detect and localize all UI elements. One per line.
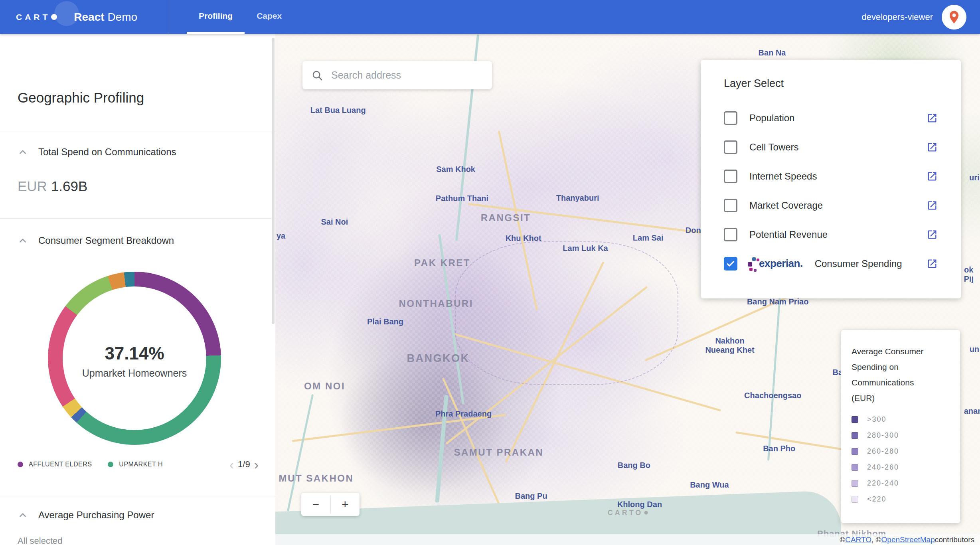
open-in-new-icon[interactable] (927, 113, 938, 124)
attribution-text: © (840, 535, 845, 544)
checkbox-unchecked[interactable] (724, 228, 737, 241)
legend-item: 260-280 (852, 443, 950, 459)
pager-prev-icon[interactable]: ‹ (229, 458, 234, 471)
watermark-dot-icon (644, 511, 648, 515)
osm-attribution-link[interactable]: OpenStreetMap (881, 535, 935, 544)
layer-list: PopulationCell TowersInternet SpeedsMark… (724, 103, 938, 278)
chevron-up-icon[interactable] (18, 147, 28, 157)
divider (0, 496, 275, 496)
sidebar-scrollbar[interactable] (272, 38, 275, 324)
kpi-value: 1.69B (51, 178, 87, 194)
layer-select-title: Layer Select (724, 77, 938, 90)
tab-profiling[interactable]: Profiling (187, 0, 245, 34)
segment-donut-chart[interactable]: 37.14% Upmarket Homeowners (48, 272, 221, 445)
experian-logo-dot (752, 257, 756, 261)
total-spend-value: EUR1.69B (18, 178, 87, 194)
checkbox-unchecked[interactable] (724, 199, 737, 212)
segment-legend-label: UPMARKET H (119, 461, 163, 468)
legend-list: >300280-300260-280240-260220-240<220 (852, 411, 950, 507)
attribution-text: contributors (935, 535, 974, 544)
donut-center-label: 37.14% Upmarket Homeowners (48, 272, 221, 445)
admin-boundary (455, 241, 678, 385)
checkbox-checked[interactable] (724, 257, 737, 271)
chevron-up-icon[interactable] (18, 235, 28, 246)
legend-item: >300 (852, 411, 950, 427)
legend-color-swatch (852, 480, 858, 487)
segment-legend-item[interactable]: AFFLUENT ELDERS (18, 461, 92, 468)
legend-color-swatch (852, 448, 858, 455)
user-name: developers-viewer (861, 12, 933, 22)
legend-range-label: 260-280 (867, 447, 899, 456)
carto-logo-text: CART (16, 12, 50, 22)
segment-color-dot (18, 462, 23, 467)
layer-label: Cell Towers (749, 142, 799, 153)
legend-color-swatch (852, 432, 858, 439)
section-segments-header: Consumer Segment Breakdown (18, 235, 174, 246)
open-in-new-icon[interactable] (927, 142, 938, 153)
layer-label: Potential Revenue (749, 229, 828, 240)
layer-row-potential-revenue: Potential Revenue (724, 220, 938, 249)
logo-halo (54, 1, 79, 26)
pager-next-icon[interactable]: › (254, 458, 259, 471)
segment-legend: AFFLUENT ELDERSUPMARKET H ‹ 1/9 › (18, 458, 259, 471)
section-title: Average Purchasing Power (38, 509, 154, 521)
nav-tabs: Profiling Capex (187, 0, 294, 34)
avatar[interactable] (942, 5, 966, 30)
layer-row-cell-towers: Cell Towers (724, 132, 938, 162)
section-purchasing-power-header: Average Purchasing Power (18, 509, 154, 521)
segment-color-dot (108, 462, 113, 467)
carto-logo[interactable]: CART (16, 12, 57, 22)
app-window: CART React Demo Profiling Capex develope… (0, 0, 980, 545)
layer-label: Consumer Spending (815, 258, 902, 269)
section-title: Total Spend on Communications (38, 146, 176, 158)
checkbox-unchecked[interactable] (724, 170, 737, 183)
donut-center-value: 37.14% (105, 344, 164, 363)
zoom-in-button[interactable]: + (331, 493, 360, 516)
map-canvas[interactable]: RANGSITPAK KRETNONTHABURIBANGKOKOM NOISA… (275, 34, 980, 545)
chevron-up-icon[interactable] (18, 510, 28, 520)
legend-range-label: 240-260 (867, 463, 899, 472)
experian-logo-dot (754, 269, 757, 272)
legend-range-label: 280-300 (867, 431, 899, 440)
layer-row-market-coverage: Market Coverage (724, 191, 938, 220)
search-icon (311, 69, 323, 81)
open-in-new-icon[interactable] (927, 200, 938, 211)
layer-select-panel: Layer Select PopulationCell TowersIntern… (701, 60, 961, 298)
checkbox-unchecked[interactable] (724, 140, 737, 154)
layer-row-internet-speeds: Internet Speeds (724, 162, 938, 191)
experian-logo-dot (749, 268, 753, 271)
carto-attribution-link[interactable]: CARTO (845, 535, 871, 544)
legend-item: 280-300 (852, 427, 950, 443)
segment-legend-item[interactable]: UPMARKET H (108, 461, 163, 468)
layer-label: Population (749, 113, 794, 124)
map-legend-panel: Average Consumer Spending on Communicati… (841, 330, 960, 523)
divider (0, 132, 275, 132)
attribution-text: , © (871, 535, 881, 544)
section-title: Consumer Segment Breakdown (38, 235, 174, 246)
search-input[interactable] (330, 69, 483, 81)
user-area: developers-viewer (861, 0, 980, 34)
legend-pager: ‹ 1/9 › (229, 458, 259, 471)
legend-item: 220-240 (852, 475, 950, 491)
carto-watermark: CARTO (608, 509, 648, 517)
zoom-out-button[interactable]: − (301, 493, 330, 516)
left-sidebar: Geographic Profiling Total Spend on Comm… (0, 34, 275, 545)
currency-label: EUR (18, 178, 47, 194)
layer-row-population: Population (724, 103, 938, 132)
open-in-new-icon[interactable] (927, 258, 938, 269)
layer-row-consumer-spending: experian.Consumer Spending (724, 249, 938, 278)
app-title-secondary: Demo (107, 11, 137, 23)
layer-label: Market Coverage (749, 200, 823, 211)
brand-block: CART React Demo (0, 0, 169, 34)
tab-capex[interactable]: Capex (245, 0, 294, 34)
location-pin-icon (946, 10, 962, 25)
divider (0, 218, 275, 219)
open-in-new-icon[interactable] (927, 171, 938, 182)
pager-page-indicator: 1/9 (238, 459, 250, 470)
app-title: React Demo (74, 11, 137, 24)
segment-legend-label: AFFLUENT ELDERS (29, 461, 92, 468)
legend-color-swatch (852, 496, 858, 503)
open-in-new-icon[interactable] (927, 229, 938, 240)
checkbox-unchecked[interactable] (724, 111, 737, 125)
legend-color-swatch (852, 416, 858, 423)
